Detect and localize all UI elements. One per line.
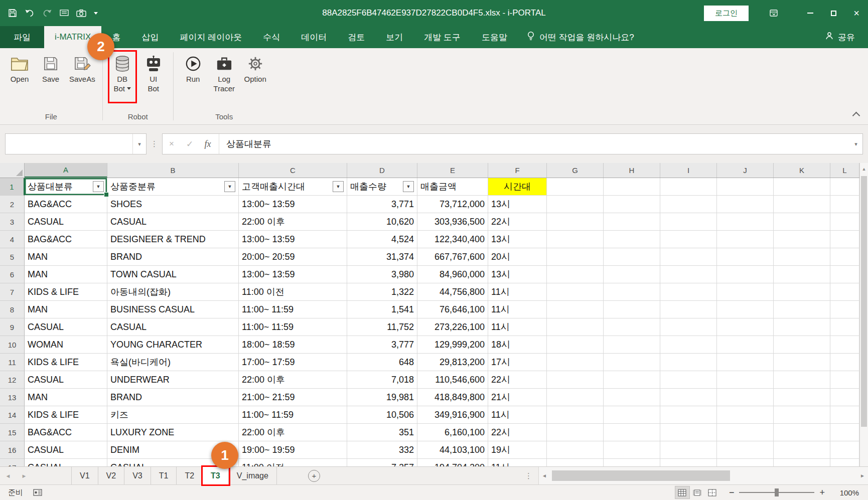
ribbon-display-options-icon[interactable] xyxy=(770,9,778,17)
cell-L9[interactable] xyxy=(830,318,859,336)
row-header-5[interactable]: 5 xyxy=(0,248,25,266)
cell-C13[interactable]: 21:00~ 21:59 xyxy=(239,389,347,406)
column-header-A[interactable]: A xyxy=(25,163,107,178)
sheet-tab-T2[interactable]: T2 xyxy=(177,467,203,484)
cell-I4[interactable] xyxy=(660,231,717,248)
cell-H15[interactable] xyxy=(604,424,660,441)
name-box-caret-icon[interactable]: ▾ xyxy=(132,134,146,154)
cell-D15[interactable]: 351 xyxy=(347,424,417,441)
cell-J12[interactable] xyxy=(717,371,774,389)
cell-B15[interactable]: LUXURY ZONE xyxy=(107,424,239,441)
cell-H8[interactable] xyxy=(604,301,660,318)
cell-H10[interactable] xyxy=(604,336,660,354)
cell-C12[interactable]: 22:00 이후 xyxy=(239,371,347,389)
column-header-C[interactable]: C xyxy=(239,163,347,178)
cell-L7[interactable] xyxy=(830,283,859,301)
cell-C17[interactable]: 11:00 이전 xyxy=(239,459,347,466)
row-header-2[interactable]: 2 xyxy=(0,196,25,213)
cell-B4[interactable]: DESIGNEER & TREND xyxy=(107,231,239,248)
cell-C9[interactable]: 11:00~ 11:59 xyxy=(239,318,347,336)
save-button[interactable]: Save xyxy=(36,50,65,86)
cell-D10[interactable]: 3,777 xyxy=(347,336,417,354)
cell-I16[interactable] xyxy=(660,441,717,459)
cell-G7[interactable] xyxy=(547,283,604,301)
sheet-tab-V3[interactable]: V3 xyxy=(124,467,151,484)
cell-D17[interactable]: 7,257 xyxy=(347,459,417,466)
cell-G5[interactable] xyxy=(547,248,604,266)
name-box[interactable]: ▾ xyxy=(5,133,147,154)
cell-F6[interactable]: 13시 xyxy=(488,266,547,283)
cell-F9[interactable]: 11시 xyxy=(488,318,547,336)
ribbon-tab-페이지 레이아웃[interactable]: 페이지 레이아웃 xyxy=(169,26,252,48)
cell-A13[interactable]: MAN xyxy=(25,389,107,406)
cell-L16[interactable] xyxy=(830,441,859,459)
cell-B9[interactable]: CASUAL xyxy=(107,318,239,336)
qat-customize-icon[interactable] xyxy=(94,12,98,15)
sheet-tab-V2[interactable]: V2 xyxy=(98,467,125,484)
cell-A1[interactable]: 상품대분류▼ xyxy=(25,178,107,196)
cell-A7[interactable]: KIDS & LIFE xyxy=(25,283,107,301)
cell-L14[interactable] xyxy=(830,406,859,424)
cell-B14[interactable]: 키즈 xyxy=(107,406,239,424)
cell-C15[interactable]: 22:00 이후 xyxy=(239,424,347,441)
cell-G1[interactable] xyxy=(547,178,604,196)
cell-J17[interactable] xyxy=(717,459,774,466)
cell-E8[interactable]: 76,646,100 xyxy=(417,301,488,318)
row-header-4[interactable]: 4 xyxy=(0,231,25,248)
db-bot-button[interactable]: DB Bot xyxy=(108,50,137,103)
cell-E4[interactable]: 122,340,400 xyxy=(417,231,488,248)
cell-K7[interactable] xyxy=(774,283,830,301)
cell-C1[interactable]: 고객매출시간대▼ xyxy=(239,178,347,196)
column-header-L[interactable]: L xyxy=(830,163,859,178)
cell-C14[interactable]: 11:00~ 11:59 xyxy=(239,406,347,424)
ribbon-tab-삽입[interactable]: 삽입 xyxy=(131,26,169,48)
zoom-out-button[interactable]: − xyxy=(720,487,740,498)
cell-G15[interactable] xyxy=(547,424,604,441)
cell-F5[interactable]: 20시 xyxy=(488,248,547,266)
cell-D16[interactable]: 332 xyxy=(347,441,417,459)
cell-K2[interactable] xyxy=(774,196,830,213)
cell-K6[interactable] xyxy=(774,266,830,283)
cell-I15[interactable] xyxy=(660,424,717,441)
maximize-button[interactable] xyxy=(822,0,845,26)
cell-A14[interactable]: KIDS & LIFE xyxy=(25,406,107,424)
page-break-view-icon[interactable] xyxy=(705,486,719,498)
cell-E12[interactable]: 110,546,600 xyxy=(417,371,488,389)
vertical-scrollbar[interactable]: ▲ xyxy=(859,163,868,466)
row-header-17[interactable]: 17 xyxy=(0,459,25,466)
cell-H7[interactable] xyxy=(604,283,660,301)
redo-icon[interactable] xyxy=(42,9,52,17)
cell-B2[interactable]: SHOES xyxy=(107,196,239,213)
cell-A12[interactable]: CASUAL xyxy=(25,371,107,389)
formula-bar-resizer[interactable]: ⋮ xyxy=(147,139,162,148)
ribbon-tab-데이터[interactable]: 데이터 xyxy=(291,26,337,48)
insert-function-icon[interactable]: fx xyxy=(199,139,217,149)
option-button[interactable]: Option xyxy=(241,50,270,86)
cell-B8[interactable]: BUSINESS CASUAL xyxy=(107,301,239,318)
cell-B6[interactable]: TOWN CASUAL xyxy=(107,266,239,283)
cell-L6[interactable] xyxy=(830,266,859,283)
cell-H13[interactable] xyxy=(604,389,660,406)
cell-L12[interactable] xyxy=(830,371,859,389)
cell-K8[interactable] xyxy=(774,301,830,318)
cell-J5[interactable] xyxy=(717,248,774,266)
cell-J14[interactable] xyxy=(717,406,774,424)
cell-E9[interactable]: 273,226,100 xyxy=(417,318,488,336)
cell-G8[interactable] xyxy=(547,301,604,318)
cell-C6[interactable]: 13:00~ 13:59 xyxy=(239,266,347,283)
cell-G4[interactable] xyxy=(547,231,604,248)
log-tracer-button[interactable]: Log Tracer xyxy=(210,50,239,95)
cell-D1[interactable]: 매출수량▼ xyxy=(347,178,417,196)
cell-G12[interactable] xyxy=(547,371,604,389)
ribbon-tab-검토[interactable]: 검토 xyxy=(337,26,375,48)
close-button[interactable]: × xyxy=(845,0,868,26)
cell-H16[interactable] xyxy=(604,441,660,459)
cell-I2[interactable] xyxy=(660,196,717,213)
row-header-10[interactable]: 10 xyxy=(0,336,25,354)
ribbon-tab-도움말[interactable]: 도움말 xyxy=(471,26,518,48)
cell-F16[interactable]: 19시 xyxy=(488,441,547,459)
cell-B3[interactable]: CASUAL xyxy=(107,213,239,231)
ribbon-tab-파일[interactable]: 파일 xyxy=(0,26,44,48)
cell-A15[interactable]: BAG&ACC xyxy=(25,424,107,441)
cell-B12[interactable]: UNDERWEAR xyxy=(107,371,239,389)
